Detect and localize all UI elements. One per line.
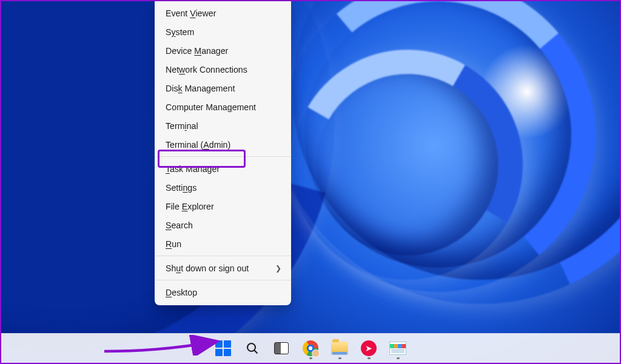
- taskbar-app-chrome[interactable]: [298, 336, 323, 360]
- menu-item-settings[interactable]: Settings: [155, 178, 291, 197]
- menu-item-file-explorer[interactable]: File Explorer: [155, 197, 291, 216]
- menu-item-device-manager[interactable]: Device Manager: [155, 41, 291, 60]
- menu-item-shutdown-signout[interactable]: Shut down or sign out ❯: [155, 259, 291, 277]
- taskbar: ➤: [1, 333, 620, 363]
- menu-item-disk-management[interactable]: Disk Management: [155, 79, 291, 98]
- menu-item-event-viewer[interactable]: Event Viewer: [155, 4, 291, 22]
- desktop-wallpaper: [1, 1, 620, 363]
- menu-item-search[interactable]: Search: [155, 216, 291, 234]
- start-button[interactable]: [211, 336, 235, 360]
- menu-separator: [155, 156, 290, 157]
- windows-logo-icon: [215, 340, 231, 356]
- menu-separator: [155, 256, 290, 256]
- chrome-icon: [303, 340, 318, 356]
- menu-item-terminal-admin[interactable]: Terminal (Admin): [155, 135, 291, 154]
- menu-item-desktop[interactable]: Desktop: [155, 283, 291, 302]
- menu-item-run[interactable]: Run: [155, 234, 291, 253]
- search-icon: [245, 341, 260, 356]
- media-app-icon: ➤: [361, 340, 377, 356]
- control-panel-icon: [389, 342, 406, 355]
- menu-item-computer-management[interactable]: Computer Management: [155, 98, 291, 116]
- taskbar-app-media[interactable]: ➤: [357, 336, 381, 360]
- menu-item-network-connections[interactable]: Network Connections: [155, 60, 291, 79]
- start-context-menu: Event Viewer System Device Manager Netwo…: [155, 1, 291, 305]
- screenshot-frame: Event Viewer System Device Manager Netwo…: [0, 0, 621, 364]
- task-view-button[interactable]: [269, 336, 294, 360]
- chevron-right-icon: ❯: [275, 264, 281, 273]
- menu-item-task-manager[interactable]: Task Manager: [155, 159, 291, 178]
- taskbar-search-button[interactable]: [240, 336, 264, 360]
- menu-item-system[interactable]: System: [155, 22, 291, 41]
- menu-separator: [155, 280, 290, 280]
- folder-icon: [331, 342, 348, 355]
- taskbar-app-control-panel[interactable]: [386, 336, 410, 360]
- svg-line-1: [254, 350, 257, 353]
- task-view-icon: [274, 342, 289, 354]
- menu-item-terminal[interactable]: Terminal: [155, 116, 291, 135]
- svg-point-0: [247, 343, 255, 351]
- taskbar-app-file-explorer[interactable]: [327, 336, 352, 360]
